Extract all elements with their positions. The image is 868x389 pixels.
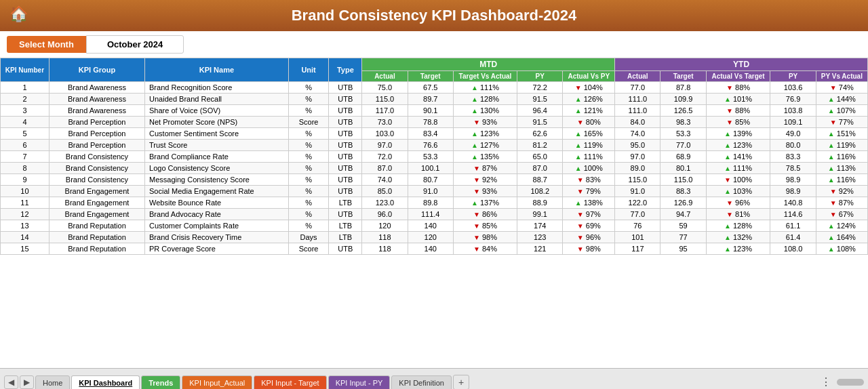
sheet-tab-kpi-input---target[interactable]: KPI Input - Target (254, 375, 326, 389)
cell-y-actual: 91.0 (615, 186, 660, 197)
table-row: 1 Brand Awareness Brand Recognition Scor… (1, 82, 868, 94)
cell-m-actual: 85.0 (362, 186, 408, 197)
cell-y-pva: ▼ 87% (816, 197, 867, 209)
tabs-container: HomeKPI DashboardTrendsKPI Input_ActualK… (35, 373, 452, 389)
header-icon: 🏠 (9, 5, 28, 23)
cell-y-py: 76.9 (770, 94, 816, 105)
cell-y-py: 83.3 (770, 151, 816, 163)
cell-y-target: 95 (660, 243, 706, 255)
sheet-tab-kpi-input---py[interactable]: KPI Input - PY (328, 375, 391, 389)
kpi-table-container: KPI Number KPI Group KPI Name Unit Type … (0, 58, 868, 368)
select-month-button[interactable]: Select Month (7, 36, 86, 53)
cell-m-target: 83.4 (408, 128, 453, 140)
cell-unit: % (288, 209, 329, 220)
cell-kpi-name: Net Promoter Score (NPS) (145, 117, 289, 128)
sheet-tab-kpi-input_actual[interactable]: KPI Input_Actual (182, 375, 252, 389)
cell-m-target: 120 (408, 232, 453, 243)
cell-m-apy: ▲ 119% (563, 140, 615, 151)
cell-kpi-group: Brand Reputation (49, 243, 144, 255)
cell-y-avt: ▼ 96% (706, 197, 770, 209)
cell-unit: % (288, 151, 329, 163)
up-arrow-icon: ▲ (828, 96, 835, 103)
cell-m-actual: 75.0 (362, 82, 408, 94)
cell-y-pva: ▲ 113% (816, 163, 867, 174)
sheet-tab-home[interactable]: Home (35, 375, 70, 389)
up-arrow-icon: ▲ (575, 165, 582, 172)
cell-kpi-num: 12 (1, 209, 50, 220)
up-arrow-icon: ▲ (471, 84, 478, 91)
down-arrow-icon: ▼ (830, 188, 837, 195)
down-arrow-icon: ▼ (473, 119, 480, 126)
up-arrow-icon: ▲ (724, 142, 731, 149)
cell-m-actual: 117.0 (362, 105, 408, 117)
table-row: 10 Brand Engagement Social Media Engagem… (1, 186, 868, 197)
up-arrow-icon: ▲ (828, 153, 835, 161)
down-arrow-icon: ▼ (830, 119, 837, 126)
mtd-col-target: Target (408, 71, 453, 82)
table-row: 12 Brand Engagement Brand Advocacy Rate … (1, 209, 868, 220)
cell-y-py: 78.5 (770, 163, 816, 174)
cell-y-py: 61.4 (770, 232, 816, 243)
cell-m-apy: ▼ 79% (563, 186, 615, 197)
cell-y-py: 140.8 (770, 197, 816, 209)
table-row: 8 Brand Consistency Logo Consistency Sco… (1, 163, 868, 174)
down-arrow-icon: ▼ (473, 176, 480, 184)
cell-kpi-name: Customer Complaints Rate (145, 220, 289, 232)
cell-y-py: 109.1 (770, 117, 816, 128)
cell-y-actual: 89.0 (615, 163, 660, 174)
sheet-tab-kpi-dashboard[interactable]: KPI Dashboard (71, 375, 140, 389)
cell-m-target: 89.8 (408, 197, 453, 209)
cell-y-actual: 77.0 (615, 209, 660, 220)
cell-type: UTB (329, 140, 362, 151)
cell-kpi-name: Brand Compliance Rate (145, 151, 289, 163)
cell-kpi-group: Brand Consistency (49, 174, 144, 186)
up-arrow-icon: ▲ (471, 107, 478, 115)
cell-m-tva: ▲ 130% (453, 105, 517, 117)
cell-kpi-name: Social Media Engagement Rate (145, 186, 289, 197)
next-sheet-button[interactable]: ▶ (20, 375, 34, 389)
cell-m-tva: ▲ 111% (453, 82, 517, 94)
more-options-button[interactable]: ⋮ (816, 374, 835, 389)
cell-m-target: 67.5 (408, 82, 453, 94)
prev-sheet-button[interactable]: ◀ (4, 375, 18, 389)
cell-m-tva: ▼ 85% (453, 220, 517, 232)
cell-m-apy: ▲ 121% (563, 105, 615, 117)
cell-kpi-num: 11 (1, 197, 50, 209)
cell-unit: Score (288, 243, 329, 255)
cell-y-avt: ▲ 111% (706, 163, 770, 174)
cell-y-pva: ▼ 74% (816, 82, 867, 94)
sheet-tab-trends[interactable]: Trends (141, 375, 180, 389)
cell-y-avt: ▼ 85% (706, 117, 770, 128)
cell-m-target: 78.8 (408, 117, 453, 128)
cell-m-py: 88.7 (517, 174, 563, 186)
cell-m-target: 76.6 (408, 140, 453, 151)
cell-y-pva: ▼ 92% (816, 186, 867, 197)
cell-type: UTB (329, 82, 362, 94)
add-sheet-button[interactable]: + (453, 375, 469, 390)
cell-m-tva: ▼ 93% (453, 117, 517, 128)
sheet-tab-kpi-definition[interactable]: KPI Definition (391, 375, 452, 389)
col-kpi-number: KPI Number (1, 58, 50, 82)
up-arrow-icon: ▲ (471, 96, 478, 103)
cell-kpi-name: Trust Score (145, 140, 289, 151)
cell-m-target: 53.3 (408, 151, 453, 163)
cell-type: UTB (329, 163, 362, 174)
cell-y-target: 77.0 (660, 140, 706, 151)
cell-m-apy: ▼ 98% (563, 243, 615, 255)
cell-y-actual: 115.0 (615, 174, 660, 186)
col-unit: Unit (288, 58, 329, 82)
cell-type: LTB (329, 220, 362, 232)
down-arrow-icon: ▼ (577, 222, 584, 230)
down-arrow-icon: ▼ (473, 234, 480, 241)
cell-kpi-name: PR Coverage Score (145, 243, 289, 255)
cell-kpi-name: Share of Voice (SOV) (145, 105, 289, 117)
cell-m-py: 174 (517, 220, 563, 232)
horizontal-scrollbar[interactable] (837, 379, 864, 386)
up-arrow-icon: ▲ (724, 130, 731, 138)
cell-m-py: 99.1 (517, 209, 563, 220)
cell-m-apy: ▲ 165% (563, 128, 615, 140)
cell-type: UTB (329, 243, 362, 255)
cell-type: UTB (329, 94, 362, 105)
cell-m-apy: ▼ 96% (563, 232, 615, 243)
cell-m-target: 91.0 (408, 186, 453, 197)
